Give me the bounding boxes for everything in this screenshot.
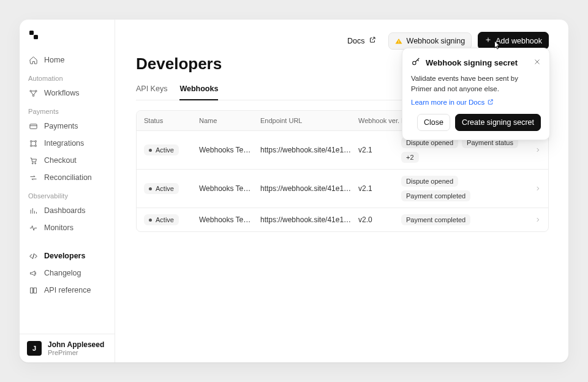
main-content: Docs Webhook signing Add webhook Develop… xyxy=(115,20,568,362)
sidebar-user[interactable]: J John Appleseed PrePrimer xyxy=(20,334,115,362)
webhook-version: v2.0 xyxy=(358,215,401,224)
tab-webhooks[interactable]: Webhooks xyxy=(179,80,218,100)
webhook-url: https://webhook.site/41e17ea4-a... xyxy=(260,146,358,154)
popover-link-label: Learn more in our Docs xyxy=(411,99,484,106)
code-icon xyxy=(28,251,38,261)
th-status: Status xyxy=(144,117,199,124)
card-icon xyxy=(28,121,38,131)
sidebar-item-label: Developers xyxy=(44,252,85,260)
sidebar-item-developers[interactable]: Developers xyxy=(20,247,115,264)
pulse-icon xyxy=(28,223,38,233)
close-icon[interactable] xyxy=(533,58,541,67)
brand-logo xyxy=(28,29,39,43)
svg-point-8 xyxy=(30,145,32,147)
popover-title: Webhook signing secret xyxy=(426,58,518,67)
webhook-signing-button[interactable]: Webhook signing xyxy=(388,32,472,50)
avatar: J xyxy=(27,341,42,356)
popover-create-button[interactable]: Create signing secret xyxy=(455,114,541,131)
webhook-version: v2.1 xyxy=(358,184,401,193)
chevron-right-icon[interactable] xyxy=(526,185,541,192)
sidebar-group-header: Payments xyxy=(20,105,115,118)
event-tag: Payment completed xyxy=(401,214,470,225)
sidebar-item-changelog[interactable]: Changelog xyxy=(20,264,115,282)
event-tag: Payment completed xyxy=(401,190,470,201)
svg-rect-13 xyxy=(399,42,399,43)
sidebar-item-label: Monitors xyxy=(44,223,74,232)
svg-point-2 xyxy=(29,90,31,92)
app-window: Home Automation Workflows Payments Payme… xyxy=(20,20,568,362)
sidebar-group-observability: Observability Dashboards Monitors xyxy=(20,190,115,236)
key-icon xyxy=(411,57,421,69)
book-icon xyxy=(28,285,38,295)
sidebar-item-reconciliation[interactable]: Reconciliation xyxy=(20,169,115,186)
event-tags: Payment completed xyxy=(401,214,526,225)
sidebar-item-label: API reference xyxy=(44,286,91,294)
sidebar-item-integrations[interactable]: Integrations xyxy=(20,135,115,152)
sidebar-group-payments: Payments Payments Integrations Checkout … xyxy=(20,105,115,186)
chevron-right-icon[interactable] xyxy=(526,147,541,153)
webhook-signing-label: Webhook signing xyxy=(407,37,466,45)
sidebar: Home Automation Workflows Payments Payme… xyxy=(20,20,115,362)
docs-link[interactable]: Docs xyxy=(341,32,382,49)
topbar: Docs Webhook signing Add webhook xyxy=(136,32,549,50)
sidebar-item-workflows[interactable]: Workflows xyxy=(20,84,115,102)
tab-api-keys[interactable]: API Keys xyxy=(136,80,167,100)
workflow-icon xyxy=(28,88,38,98)
webhook-name: Webhooks Test 1 xyxy=(199,146,260,154)
sidebar-group-header: Observability xyxy=(20,190,115,202)
home-icon xyxy=(28,55,38,65)
svg-point-9 xyxy=(35,145,37,147)
table-row[interactable]: ActiveWebhooks Test 2https://webhook.sit… xyxy=(137,169,548,208)
svg-point-10 xyxy=(32,162,33,163)
svg-point-4 xyxy=(32,95,34,97)
user-org: PrePrimer xyxy=(48,349,104,356)
sidebar-group-header: Automation xyxy=(20,72,115,84)
webhook-name: Webhooks Test 99 xyxy=(199,215,260,224)
sidebar-item-api-reference[interactable]: API reference xyxy=(20,282,115,299)
webhook-url: https://webhook.site/41e17ea4-a... xyxy=(260,215,358,224)
external-link-icon xyxy=(487,99,494,107)
chart-icon xyxy=(28,206,38,215)
popover-close-button[interactable]: Close xyxy=(417,114,450,131)
sidebar-item-home[interactable]: Home xyxy=(20,51,115,69)
popover-docs-link[interactable]: Learn more in our Docs xyxy=(411,99,494,107)
warning-icon xyxy=(395,37,403,44)
docs-label: Docs xyxy=(347,37,364,45)
webhook-url: https://webhook.site/41e17ea4-a... xyxy=(260,184,358,193)
add-webhook-button[interactable]: Add webhook xyxy=(478,32,549,50)
svg-point-6 xyxy=(30,140,32,142)
status-badge: Active xyxy=(144,214,179,225)
th-name: Name xyxy=(199,117,260,124)
svg-point-14 xyxy=(413,61,416,64)
sidebar-item-checkout[interactable]: Checkout xyxy=(20,152,115,169)
megaphone-icon xyxy=(28,268,38,278)
webhook-signing-popover: Webhook signing secret Validate events h… xyxy=(402,48,550,140)
webhook-name: Webhooks Test 2 xyxy=(199,184,260,193)
event-tags: Dispute openedPayment status+2 xyxy=(401,137,526,163)
sidebar-item-label: Payments xyxy=(44,122,78,130)
sidebar-item-label: Workflows xyxy=(44,89,79,97)
sidebar-item-dashboards[interactable]: Dashboards xyxy=(20,202,115,219)
sidebar-item-payments[interactable]: Payments xyxy=(20,118,115,135)
status-badge: Active xyxy=(144,144,179,155)
sidebar-item-label: Changelog xyxy=(44,269,81,277)
cart-icon xyxy=(28,155,38,165)
event-tag: Dispute opened xyxy=(401,176,458,187)
sidebar-item-label: Dashboards xyxy=(44,206,85,215)
reconciliation-icon xyxy=(28,173,38,182)
svg-rect-0 xyxy=(29,31,34,35)
chevron-right-icon[interactable] xyxy=(526,217,541,223)
sidebar-item-label: Home xyxy=(44,56,64,64)
sidebar-group-automation: Automation Workflows xyxy=(20,72,115,102)
event-tags: Dispute openedPayment completed xyxy=(401,176,526,201)
event-tag: +2 xyxy=(401,152,419,163)
table-row[interactable]: ActiveWebhooks Test 99https://webhook.si… xyxy=(137,208,548,231)
status-badge: Active xyxy=(144,183,179,194)
sidebar-item-label: Checkout xyxy=(44,156,77,165)
svg-point-3 xyxy=(35,90,37,92)
sidebar-item-monitors[interactable]: Monitors xyxy=(20,219,115,236)
svg-point-11 xyxy=(34,162,36,163)
plus-icon xyxy=(484,36,492,45)
add-webhook-label: Add webhook xyxy=(496,37,542,45)
svg-rect-1 xyxy=(34,35,38,39)
